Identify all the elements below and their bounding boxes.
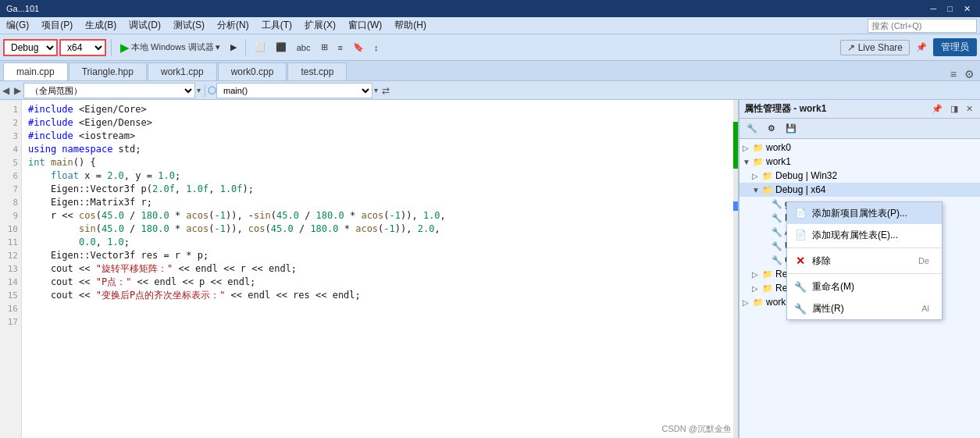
prop-icon-c: 🔧 (772, 255, 782, 265)
ctx-remove[interactable]: ✕ 移除 De (787, 250, 942, 272)
tool-icon-6: 🔖 (353, 42, 364, 52)
nav-forward-button[interactable]: ▶ (12, 85, 23, 96)
tree-label-debug-x64: Debug | x64 (775, 184, 826, 195)
folder-icon-rele2: 📁 (762, 283, 773, 294)
toolbar-pin-btn[interactable]: 📌 (912, 40, 931, 55)
admin-button[interactable]: 管理员 (933, 38, 977, 56)
dropdown-arrow-icon: ▾ (216, 42, 220, 52)
continue-icon: ▶ (230, 42, 237, 52)
code-line: int main() { (28, 156, 732, 169)
menu-test[interactable]: 测试(S) (167, 17, 211, 34)
tab-work0-cpp[interactable]: work0.cpp (218, 62, 287, 80)
tab-list-button[interactable]: ≡ (948, 68, 959, 80)
scope-dropdown[interactable]: （全局范围） (23, 83, 195, 98)
expand-icon-rele1: ▷ (752, 270, 760, 279)
tabs-bar: main.cpp Triangle.hpp work1.cpp work0.cp… (0, 61, 980, 81)
ctx-remove-label: 移除 (812, 255, 914, 268)
prop-close-button[interactable]: ✕ (964, 103, 975, 115)
tab-settings-button[interactable]: ⚙ (962, 68, 977, 80)
ctx-add-new[interactable]: 📄 添加新项目属性表(P)... (787, 202, 942, 224)
minimize-button[interactable]: ─ (928, 4, 940, 13)
tab-triangle-hpp[interactable]: Triangle.hpp (69, 62, 147, 80)
code-line: #include <Eigen/Core> (28, 103, 732, 116)
tool-icon-1: ⬜ (255, 42, 265, 52)
tool-icon-4: ⊞ (321, 42, 328, 52)
title-bar-right: ─ □ ✕ (928, 4, 974, 14)
toolbar-sep-1 (111, 39, 112, 56)
expand-icon-debug-x64: ▼ (752, 186, 760, 194)
tab-main-cpp[interactable]: main.cpp (3, 62, 68, 80)
function-icon: ⬡ (208, 84, 216, 96)
tree-item-work1[interactable]: ▼ 📁 work1 (739, 155, 980, 169)
prop-tool-wrench[interactable]: 🔧 (743, 121, 761, 136)
toolbar-btn-7[interactable]: ↕ (370, 41, 383, 55)
prop-tool-save[interactable]: 💾 (782, 121, 800, 136)
ctx-remove-shortcut: De (918, 256, 929, 265)
code-editor: 12345 678910 1112131415 1617 #include <E… (0, 100, 738, 438)
menu-project[interactable]: 项目(P) (35, 17, 79, 34)
prop-icon-g: 🔧 (772, 199, 782, 209)
toolbar-btn-5[interactable]: ≡ (334, 41, 347, 55)
tree-item-work0[interactable]: ▷ 📁 work0 (739, 141, 980, 155)
ctx-add-new-icon: 📄 (793, 206, 807, 220)
expand-icon-work1: ▼ (743, 158, 750, 166)
code-content[interactable]: #include <Eigen/Core> #include <Eigen/De… (22, 100, 738, 438)
liveshare-button[interactable]: ↗ Live Share (840, 40, 910, 55)
prop-auto-hide-button[interactable]: ◨ (948, 103, 960, 115)
folder-icon-work1: 📁 (753, 157, 764, 167)
debug-config-dropdown[interactable]: Debug (3, 39, 58, 56)
menu-extensions[interactable]: 扩展(X) (298, 17, 342, 34)
prop-pin-button[interactable]: 📌 (929, 103, 945, 115)
tree-item-debug-x64[interactable]: ▼ 📁 Debug | x64 (739, 183, 980, 197)
maximize-button[interactable]: □ (944, 4, 956, 13)
tab-work1-cpp[interactable]: work1.cpp (148, 62, 217, 80)
continue-button[interactable]: ▶ (226, 40, 241, 55)
code-line: r << cos(45.0 / 180.0 * acos(-1)), -sin(… (28, 209, 732, 223)
nav-sync-button[interactable]: ⇄ (380, 85, 392, 96)
menu-edit[interactable]: 编(G) (0, 17, 35, 34)
code-line: cout << "旋转平移矩阵：" << endl << r << endl; (28, 262, 732, 276)
prop-tool-properties[interactable]: ⚙ (764, 121, 779, 136)
search-input[interactable] (868, 19, 977, 33)
tab-test-cpp[interactable]: test.cpp (287, 62, 347, 80)
ctx-sep-1 (787, 247, 942, 248)
local-debugger-label: 本地 Windows 调试器 (131, 41, 214, 53)
nav-back-button[interactable]: ◀ (0, 85, 12, 96)
ctx-add-new-label: 添加新项目属性表(P)... (812, 207, 929, 220)
menu-analyze[interactable]: 分析(N) (211, 17, 255, 34)
ctx-add-existing[interactable]: 📄 添加现有属性表(E)... (787, 224, 942, 246)
prop-icon-u: 🔧 (772, 241, 782, 251)
liveshare-label: Live Share (858, 42, 903, 53)
folder-icon-rele1: 📁 (762, 269, 773, 280)
tree-item-debug-win32[interactable]: ▷ 📁 Debug | Win32 (739, 169, 980, 183)
code-line: sin(45.0 / 180.0 * acos(-1)), cos(45.0 /… (28, 223, 732, 236)
function-dropdown[interactable]: main() (216, 83, 372, 98)
toolbar-btn-3[interactable]: abc (293, 41, 315, 55)
toolbar-btn-4[interactable]: ⊞ (317, 40, 332, 55)
watermark: CSDN @沉默金鱼 (662, 423, 732, 435)
menu-window[interactable]: 窗口(W) (342, 17, 388, 34)
code-line: 0.0, 1.0; (28, 236, 732, 249)
tool-icon-7: ↕ (374, 43, 379, 52)
expand-icon-work2: ▷ (743, 298, 750, 307)
code-line: cout << "P点：" << endl << p << endl; (28, 276, 732, 289)
toolbar-btn-1[interactable]: ⬜ (251, 40, 269, 55)
tool-icon-3: abc (297, 43, 311, 52)
close-button[interactable]: ✕ (960, 4, 974, 14)
ctx-rename[interactable]: 🔧 重命名(M) (787, 276, 942, 297)
menu-help[interactable]: 帮助(H) (388, 17, 433, 34)
arch-config-dropdown[interactable]: x64 (59, 39, 106, 56)
local-debugger-button[interactable]: ▶ 本地 Windows 调试器 ▾ (116, 38, 224, 57)
menu-debug[interactable]: 调试(D) (123, 17, 167, 34)
menu-tools[interactable]: 工具(T) (255, 17, 298, 34)
expand-icon-work0: ▷ (743, 144, 750, 152)
pin-icon: 📌 (916, 42, 927, 52)
ctx-add-existing-icon: 📄 (793, 228, 807, 242)
code-line: Eigen::Vector3f p(2.0f, 1.0f, 1.0f); (28, 183, 732, 196)
menu-build[interactable]: 生成(B) (79, 17, 123, 34)
ctx-properties[interactable]: 🔧 属性(R) Al (787, 297, 942, 319)
context-menu: 📄 添加新项目属性表(P)... 📄 添加现有属性表(E)... ✕ 移除 De… (786, 201, 943, 320)
property-manager-panel: 属性管理器 - work1 📌 ◨ ✕ 🔧 ⚙ 💾 ▷ 📁 work0 ▼ 📁 (738, 100, 980, 438)
toolbar-btn-6[interactable]: 🔖 (349, 40, 368, 55)
toolbar-btn-2[interactable]: ⬛ (272, 40, 290, 55)
